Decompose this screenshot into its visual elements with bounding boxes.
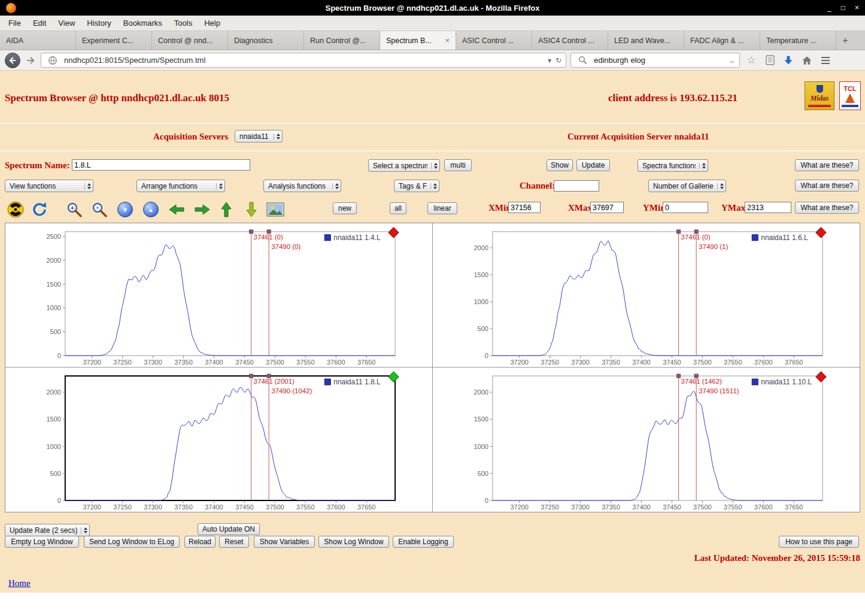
spectrum-panel-1-6-L[interactable]: 3720037250373003735037400374503750037550… — [433, 223, 860, 368]
radiation-icon[interactable] — [6, 201, 25, 219]
zoom-out-icon[interactable]: - — [90, 201, 109, 219]
refresh-icon[interactable] — [30, 201, 49, 219]
arrange-functions-dropdown[interactable]: Arrange functions — [136, 180, 225, 192]
xmin-input[interactable] — [508, 202, 541, 213]
xmax-input[interactable] — [590, 202, 624, 213]
svg-text:37550: 37550 — [724, 359, 742, 366]
menu-tools[interactable]: Tools — [168, 17, 198, 29]
spectra-functions-dropdown[interactable]: Spectra functions — [638, 159, 708, 172]
acquisition-server-select[interactable]: nnaida11 — [235, 130, 283, 142]
url-dropdown-icon[interactable]: ▾ — [548, 56, 551, 65]
search-go-icon[interactable]: → — [728, 56, 735, 65]
tab-fadc-align[interactable]: FADC Align & ... — [684, 31, 760, 50]
home-link[interactable]: Home — [8, 578, 31, 588]
svg-text:37461 (2001): 37461 (2001) — [254, 378, 295, 385]
send-log-to-elog-button[interactable]: Send Log Window to ELog — [84, 536, 180, 548]
reload-button[interactable]: Reload — [184, 536, 216, 548]
move-left-icon[interactable] — [167, 201, 186, 219]
new-button[interactable]: new — [333, 202, 357, 214]
linear-button[interactable]: linear — [427, 202, 457, 214]
empty-log-window-button[interactable]: Empty Log Window — [5, 536, 79, 548]
move-up-icon[interactable] — [217, 201, 236, 219]
how-to-use-button[interactable]: How to use this page — [779, 536, 859, 548]
gallery-image-icon[interactable] — [266, 201, 285, 219]
tcl-logo[interactable]: TCL — [839, 81, 861, 110]
forward-arrow-icon — [26, 56, 35, 65]
menu-bookmarks[interactable]: Bookmarks — [117, 17, 168, 29]
tab-label: Control @ nnd... — [158, 37, 213, 45]
new-tab-button[interactable]: + — [836, 31, 854, 50]
reset-button[interactable]: Reset — [219, 536, 249, 548]
tab-control[interactable]: Control @ nnd... — [152, 31, 228, 50]
window-minimize-button[interactable]: _ — [827, 4, 831, 12]
select-spectrum-dropdown[interactable]: Select a spectrum — [368, 159, 440, 172]
hamburger-menu-icon[interactable] — [818, 53, 833, 68]
all-button[interactable]: all — [390, 202, 406, 214]
select-arrows-icon — [717, 183, 724, 189]
spectrum-panel-1-10-L[interactable]: 3720037250373003735037400374503750037550… — [433, 368, 860, 512]
home-icon[interactable] — [800, 53, 814, 68]
tab-diagnostics[interactable]: Diagnostics — [228, 31, 304, 50]
tab-spectrum-browser[interactable]: Spectrum B... × — [380, 31, 456, 50]
auto-update-button[interactable]: Auto Update ON — [198, 523, 260, 535]
window-maximize-button[interactable]: □ — [841, 4, 845, 12]
tab-aida[interactable]: AIDA — [0, 31, 76, 50]
ymax-input[interactable] — [745, 202, 791, 213]
tags-fits-dropdown[interactable]: Tags & Fits — [394, 180, 439, 192]
search-bar[interactable]: edinburgh elog → — [570, 53, 740, 68]
update-button[interactable]: Update — [576, 159, 610, 171]
forward-button[interactable] — [25, 56, 37, 65]
bookmark-star-icon[interactable]: ☆ — [744, 53, 758, 68]
spectrum-chart-1-8-L: 3720037250373003735037400374503750037550… — [5, 368, 432, 512]
tab-close-icon[interactable]: × — [441, 36, 450, 45]
svg-text:37200: 37200 — [83, 503, 101, 511]
tab-asic4-control[interactable]: ASIC4 Control ... — [532, 31, 608, 50]
update-rate-dropdown[interactable]: Update Rate (2 secs) — [5, 524, 90, 536]
scroll-down-icon[interactable]: ▼ — [116, 201, 135, 219]
analysis-functions-dropdown[interactable]: Analysis functions — [263, 180, 341, 192]
what-are-these-button-3[interactable]: What are these? — [795, 202, 859, 214]
reading-list-icon[interactable] — [763, 53, 777, 68]
what-are-these-button-1[interactable]: What are these? — [795, 159, 859, 171]
move-right-icon[interactable] — [193, 201, 212, 219]
svg-text:37550: 37550 — [296, 503, 315, 511]
spectrum-name-input[interactable] — [72, 159, 250, 171]
channel-input[interactable] — [554, 180, 599, 192]
tab-run-control[interactable]: Run Control @... — [304, 31, 380, 50]
midas-logo[interactable]: Midas — [805, 81, 834, 110]
spectrum-panel-1-4-L[interactable]: 3720037250373003735037400374503750037550… — [5, 223, 433, 368]
menu-view[interactable]: View — [52, 17, 81, 29]
view-functions-dropdown[interactable]: View functions — [5, 180, 93, 192]
show-variables-button[interactable]: Show Variables — [254, 536, 315, 548]
tab-temperature[interactable]: Temperature ... — [760, 31, 836, 50]
tab-led-wave[interactable]: LED and Wave... — [608, 31, 684, 50]
what-are-these-button-2[interactable]: What are these? — [795, 180, 859, 192]
menu-file[interactable]: File — [2, 17, 27, 29]
menu-help[interactable]: Help — [198, 17, 226, 29]
menu-history[interactable]: History — [81, 17, 117, 29]
url-bar[interactable]: nndhcp021:8015/Spectrum/Spectrum.tml ▾ ↻ — [41, 53, 566, 68]
tcl-flame-icon — [845, 93, 855, 103]
reload-icon[interactable]: ↻ — [556, 56, 562, 65]
back-button[interactable] — [5, 53, 20, 68]
enable-logging-button[interactable]: Enable Logging — [393, 536, 454, 548]
site-identity-icon[interactable] — [45, 53, 60, 68]
zoom-in-icon[interactable]: + — [65, 201, 84, 219]
multi-button[interactable]: multi — [444, 159, 472, 171]
show-button[interactable]: Show — [547, 159, 573, 171]
spectrum-panel-1-8-L[interactable]: 3720037250373003735037400374503750037550… — [5, 368, 433, 512]
search-input[interactable]: edinburgh elog — [594, 56, 724, 65]
tab-asic-control[interactable]: ASIC Control ... — [456, 31, 532, 50]
page-title: Spectrum Browser @ http nndhcp021.dl.ac.… — [5, 92, 229, 104]
menu-edit[interactable]: Edit — [27, 17, 52, 29]
spectrum-chart-1-6-L: 3720037250373003735037400374503750037550… — [433, 223, 860, 367]
window-close-button[interactable]: × — [855, 4, 859, 12]
url-text[interactable]: nndhcp021:8015/Spectrum/Spectrum.tml — [64, 56, 544, 65]
number-of-galleries-dropdown[interactable]: Number of Galleries — [648, 180, 726, 192]
scroll-up-icon[interactable]: ▲ — [141, 201, 160, 219]
show-log-window-button[interactable]: Show Log Window — [318, 536, 389, 548]
move-down-icon[interactable] — [242, 201, 261, 219]
tab-experiment[interactable]: Experiment C... — [76, 31, 152, 50]
ymin-input[interactable] — [663, 202, 708, 213]
downloads-icon[interactable] — [781, 53, 796, 68]
